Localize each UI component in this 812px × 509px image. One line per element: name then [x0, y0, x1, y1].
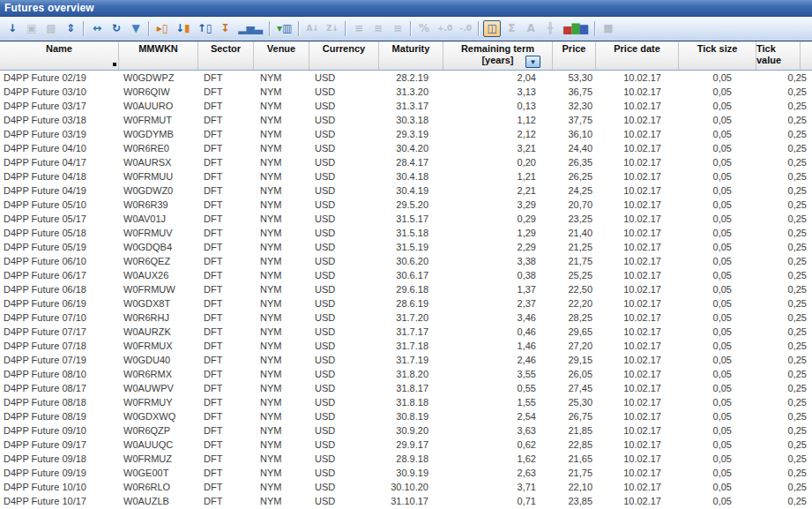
cell-venue[interactable]: NYM [254, 169, 309, 183]
cell-price_date[interactable]: 10.02.17 [596, 127, 679, 141]
cell-maturity[interactable]: 28.9.18 [379, 452, 443, 466]
show-chart-icon[interactable]: ▅▇▆ [561, 20, 591, 37]
insert-column-icon[interactable]: ▸▯ [153, 20, 171, 37]
cell-price_date[interactable]: 10.02.17 [596, 395, 679, 409]
cell-price[interactable]: 22,10 [553, 480, 596, 494]
cell-currency[interactable]: USD [309, 99, 379, 113]
cell-remaining_term[interactable]: 1,62 [443, 452, 553, 466]
cell-tick_value[interactable]: 0,25 [756, 127, 812, 141]
column-header-price[interactable]: Price [553, 41, 596, 70]
cell-remaining_term[interactable]: 1,21 [443, 169, 553, 183]
table-row[interactable]: D4PP Future 09/18W0FRMUZDFTNYMUSD28.9.18… [0, 452, 812, 466]
cell-price_date[interactable]: 10.02.17 [596, 226, 679, 240]
cell-maturity[interactable]: 30.3.18 [379, 113, 443, 127]
cell-mmwkn[interactable]: W0R6QIW [119, 85, 198, 99]
cell-tick_value[interactable]: 0,25 [756, 409, 812, 423]
cell-tick_value[interactable]: 0,25 [756, 169, 812, 183]
cell-name[interactable]: D4PP Future 09/19 [0, 466, 119, 480]
cell-tick_value[interactable]: 0,25 [756, 452, 812, 466]
cell-tick_value[interactable]: 0,25 [756, 141, 812, 155]
cell-price[interactable]: 29,65 [553, 325, 596, 339]
cell-mmwkn[interactable]: W0FRMUU [119, 169, 198, 183]
cell-name[interactable]: D4PP Future 07/19 [0, 353, 119, 367]
cell-remaining_term[interactable]: 2,37 [443, 296, 553, 311]
cell-tick_size[interactable]: 0,05 [679, 339, 756, 353]
cell-maturity[interactable]: 30.4.18 [379, 169, 443, 183]
move-to-bottom-icon[interactable]: ↧ [216, 20, 234, 37]
cell-mmwkn[interactable]: W0FRMUV [119, 226, 198, 240]
cell-currency[interactable]: USD [309, 296, 379, 311]
cell-sector[interactable]: DFT [198, 99, 254, 113]
table-row[interactable]: D4PP Future 06/17W0AUX26DFTNYMUSD30.6.17… [0, 268, 812, 282]
column-header-tick_value[interactable]: Tick value [756, 41, 801, 70]
cell-sector[interactable]: DFT [198, 452, 254, 466]
cell-mmwkn[interactable]: W0AV01J [119, 212, 198, 226]
cell-price[interactable]: 27,45 [553, 381, 596, 395]
cell-name[interactable]: D4PP Future 05/17 [0, 212, 119, 226]
cell-tick_size[interactable]: 0,05 [679, 480, 756, 494]
cell-price_date[interactable]: 10.02.17 [596, 212, 679, 226]
cell-venue[interactable]: NYM [254, 494, 309, 508]
cell-price_date[interactable]: 10.02.17 [596, 71, 679, 85]
cell-tick_size[interactable]: 0,05 [679, 438, 756, 452]
cell-remaining_term[interactable]: 0,71 [443, 494, 553, 508]
column-header-remaining_term[interactable]: Remaining term[years]▼ [443, 41, 553, 70]
table-row[interactable]: D4PP Future 07/10W0R6RHJDFTNYMUSD31.7.20… [0, 311, 812, 325]
cell-mmwkn[interactable]: W0FRMUW [119, 282, 198, 296]
cell-tick_value[interactable]: 0,25 [756, 113, 812, 127]
table-row[interactable]: D4PP Future 03/18W0FRMUTDFTNYMUSD30.3.18… [0, 113, 812, 127]
cell-maturity[interactable]: 31.7.20 [379, 311, 443, 325]
cell-tick_value[interactable]: 0,25 [756, 381, 812, 395]
cell-mmwkn[interactable]: W0GDU40 [119, 353, 198, 367]
cell-tick_value[interactable]: 0,25 [756, 71, 812, 85]
cell-tick_size[interactable]: 0,05 [679, 466, 756, 480]
cell-price_date[interactable]: 10.02.17 [596, 409, 679, 423]
cell-remaining_term[interactable]: 0,62 [443, 438, 553, 452]
cell-name[interactable]: D4PP Future 03/10 [0, 85, 119, 99]
cell-price_date[interactable]: 10.02.17 [596, 367, 679, 381]
cell-sector[interactable]: DFT [198, 438, 254, 452]
cell-currency[interactable]: USD [309, 339, 379, 353]
cell-tick_size[interactable]: 0,05 [679, 381, 756, 395]
cell-sector[interactable]: DFT [198, 141, 254, 155]
column-header-name[interactable]: Name [0, 41, 119, 70]
cell-venue[interactable]: NYM [254, 466, 309, 480]
cell-tick_size[interactable]: 0,05 [679, 71, 756, 85]
cell-maturity[interactable]: 31.8.18 [379, 395, 443, 409]
cell-price[interactable]: 23,25 [553, 212, 596, 226]
cell-remaining_term[interactable]: 0,38 [443, 268, 553, 282]
cell-name[interactable]: D4PP Future 08/18 [0, 395, 119, 409]
cell-venue[interactable]: NYM [254, 113, 309, 127]
cell-price_date[interactable]: 10.02.17 [596, 466, 679, 480]
table-row[interactable]: D4PP Future 04/19W0GDWZ0DFTNYMUSD30.4.19… [0, 183, 812, 198]
cell-venue[interactable]: NYM [254, 282, 309, 296]
cell-name[interactable]: D4PP Future 03/19 [0, 127, 119, 141]
cell-maturity[interactable]: 29.9.17 [379, 438, 443, 452]
cell-mmwkn[interactable]: W0GE00T [119, 466, 198, 480]
select-columns-icon[interactable]: ▾▥ [274, 20, 294, 37]
table-row[interactable]: D4PP Future 03/19W0GDYMBDFTNYMUSD29.3.19… [0, 127, 812, 141]
table-row[interactable]: D4PP Future 06/18W0FRMUWDFTNYMUSD29.6.18… [0, 282, 812, 296]
cell-sector[interactable]: DFT [198, 85, 254, 99]
cell-tick_value[interactable]: 0,25 [756, 494, 812, 508]
cell-price_date[interactable]: 10.02.17 [596, 155, 679, 169]
cell-venue[interactable]: NYM [254, 423, 309, 438]
cell-currency[interactable]: USD [309, 183, 379, 198]
cell-remaining_term[interactable]: 1,29 [443, 226, 553, 240]
cell-venue[interactable]: NYM [254, 212, 309, 226]
cell-venue[interactable]: NYM [254, 155, 309, 169]
cell-tick_size[interactable]: 0,05 [679, 409, 756, 423]
cell-currency[interactable]: USD [309, 494, 379, 508]
cell-name[interactable]: D4PP Future 10/10 [0, 480, 119, 494]
table-row[interactable]: D4PP Future 10/17W0AUZLBDFTNYMUSD31.10.1… [0, 494, 812, 508]
cell-tick_value[interactable]: 0,25 [756, 85, 812, 99]
cell-maturity[interactable]: 29.5.20 [379, 198, 443, 212]
cell-venue[interactable]: NYM [254, 226, 309, 240]
cell-sector[interactable]: DFT [198, 353, 254, 367]
cell-tick_value[interactable]: 0,25 [756, 282, 812, 296]
table-row[interactable]: D4PP Future 07/18W0FRMUXDFTNYMUSD31.7.18… [0, 339, 812, 353]
column-header-currency[interactable]: Currency [309, 41, 379, 70]
cell-sector[interactable]: DFT [198, 183, 254, 198]
cell-tick_size[interactable]: 0,05 [679, 423, 756, 438]
cell-tick_value[interactable]: 0,25 [756, 183, 812, 198]
